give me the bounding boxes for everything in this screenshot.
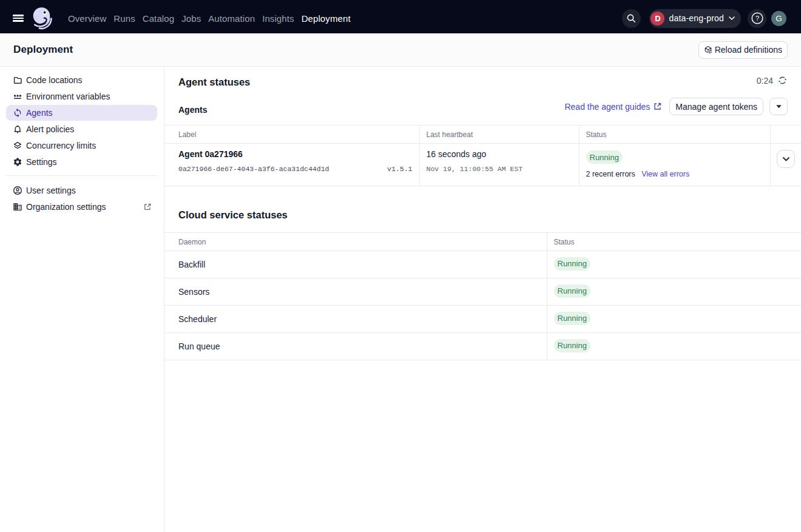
svg-text:?: ? [755,15,759,22]
